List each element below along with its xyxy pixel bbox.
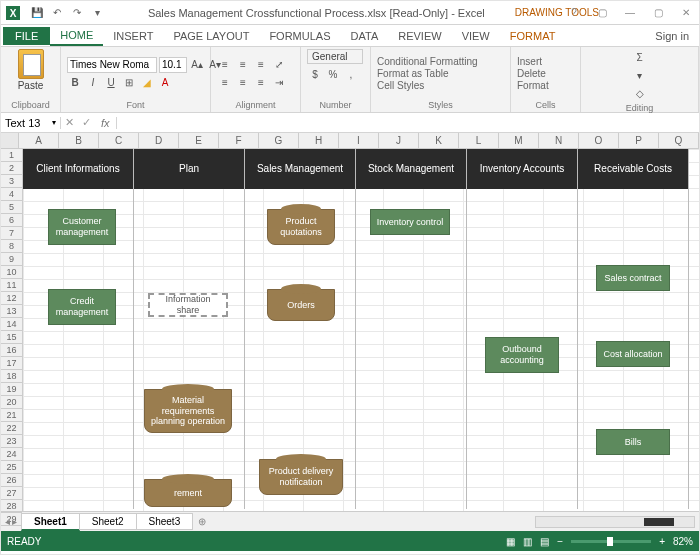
col-header[interactable]: O	[579, 133, 619, 148]
node-customer-mgmt[interactable]: Customer management	[48, 209, 116, 245]
row-header[interactable]: 28	[1, 500, 22, 513]
tab-home[interactable]: HOME	[50, 26, 103, 46]
paste-icon[interactable]	[18, 49, 44, 79]
row-header[interactable]: 16	[1, 344, 22, 357]
underline-button[interactable]: U	[103, 75, 119, 91]
number-format-select[interactable]: General	[307, 49, 363, 64]
node-mrp[interactable]: Material requirements planning operation	[144, 389, 232, 433]
zoom-slider[interactable]	[571, 540, 651, 543]
col-header[interactable]: L	[459, 133, 499, 148]
row-header[interactable]: 13	[1, 305, 22, 318]
bold-button[interactable]: B	[67, 75, 83, 91]
node-cost-allocation[interactable]: Cost allocation	[596, 341, 670, 367]
node-outbound-accounting[interactable]: Outbound accounting	[485, 337, 559, 373]
row-header[interactable]: 6	[1, 214, 22, 227]
sheet-next-icon[interactable]: ▸	[12, 516, 17, 527]
paste-button[interactable]: Paste	[18, 80, 44, 91]
col-header[interactable]: D	[139, 133, 179, 148]
minimize-icon[interactable]: —	[617, 3, 643, 23]
font-size-select[interactable]	[159, 57, 187, 73]
col-header[interactable]: A	[19, 133, 59, 148]
node-product-quotations[interactable]: Product quotations	[267, 209, 335, 245]
tab-formulas[interactable]: FORMULAS	[259, 27, 340, 45]
maximize-icon[interactable]: ▢	[645, 3, 671, 23]
sheet-tab[interactable]: Sheet3	[136, 513, 194, 530]
row-header[interactable]: 25	[1, 461, 22, 474]
sheet-canvas[interactable]: Client Informations Customer management …	[23, 149, 699, 511]
select-all-button[interactable]	[1, 133, 19, 148]
row-header[interactable]: 2	[1, 162, 22, 175]
font-color-button[interactable]: A	[157, 75, 173, 91]
undo-icon[interactable]: ↶	[49, 5, 65, 21]
node-info-share[interactable]: Information share	[148, 293, 228, 317]
row-header[interactable]: 26	[1, 474, 22, 487]
sign-in-link[interactable]: Sign in	[647, 30, 697, 42]
swimlane-header[interactable]: Inventory Accounts	[467, 149, 577, 189]
node-product-delivery[interactable]: Product delivery notification	[259, 459, 343, 495]
col-header[interactable]: G	[259, 133, 299, 148]
row-header[interactable]: 9	[1, 253, 22, 266]
swimlane-header[interactable]: Client Informations	[23, 149, 133, 189]
orientation-icon[interactable]: ⤢	[271, 57, 287, 73]
col-header[interactable]: N	[539, 133, 579, 148]
fill-color-button[interactable]: ◢	[139, 75, 155, 91]
row-header[interactable]: 18	[1, 370, 22, 383]
align-right-icon[interactable]: ≡	[253, 75, 269, 91]
view-page-icon[interactable]: ▥	[523, 536, 532, 547]
node-orders[interactable]: Orders	[267, 289, 335, 321]
enter-icon[interactable]: ✓	[78, 116, 95, 129]
comma-icon[interactable]: ,	[343, 66, 359, 82]
clear-icon[interactable]: ◇	[632, 85, 648, 101]
col-header[interactable]: K	[419, 133, 459, 148]
row-header[interactable]: 21	[1, 409, 22, 422]
col-header[interactable]: J	[379, 133, 419, 148]
zoom-level[interactable]: 82%	[673, 536, 693, 547]
sheet-prev-icon[interactable]: ◂	[5, 516, 10, 527]
horizontal-scrollbar[interactable]	[535, 516, 695, 528]
border-button[interactable]: ⊞	[121, 75, 137, 91]
align-top-icon[interactable]: ≡	[217, 57, 233, 73]
col-header[interactable]: H	[299, 133, 339, 148]
tab-data[interactable]: DATA	[341, 27, 389, 45]
help-icon[interactable]: ?	[561, 3, 587, 23]
node-sales-contract[interactable]: Sales contract	[596, 265, 670, 291]
row-header[interactable]: 8	[1, 240, 22, 253]
font-name-select[interactable]	[67, 57, 157, 73]
col-header[interactable]: B	[59, 133, 99, 148]
tab-page-layout[interactable]: PAGE LAYOUT	[163, 27, 259, 45]
row-header[interactable]: 7	[1, 227, 22, 240]
row-header[interactable]: 23	[1, 435, 22, 448]
row-header[interactable]: 17	[1, 357, 22, 370]
col-header[interactable]: C	[99, 133, 139, 148]
name-box[interactable]: Text 13▾	[1, 117, 61, 129]
add-sheet-icon[interactable]: ⊕	[192, 516, 212, 527]
tab-view[interactable]: VIEW	[452, 27, 500, 45]
tab-review[interactable]: REVIEW	[388, 27, 451, 45]
indent-icon[interactable]: ⇥	[271, 75, 287, 91]
italic-button[interactable]: I	[85, 75, 101, 91]
col-header[interactable]: M	[499, 133, 539, 148]
node-inventory-control[interactable]: Inventory control	[370, 209, 450, 235]
qat-more-icon[interactable]: ▾	[89, 5, 105, 21]
view-break-icon[interactable]: ▤	[540, 536, 549, 547]
row-header[interactable]: 20	[1, 396, 22, 409]
node-rement[interactable]: rement	[144, 479, 232, 507]
autosum-icon[interactable]: Σ	[632, 49, 648, 65]
tab-format[interactable]: FORMAT	[500, 27, 566, 45]
view-normal-icon[interactable]: ▦	[506, 536, 515, 547]
row-header[interactable]: 15	[1, 331, 22, 344]
cell-styles-button[interactable]: Cell Styles	[377, 80, 478, 91]
chevron-down-icon[interactable]: ▾	[52, 118, 56, 127]
row-header[interactable]: 24	[1, 448, 22, 461]
fx-icon[interactable]: fx	[95, 117, 117, 129]
format-as-table-button[interactable]: Format as Table	[377, 68, 478, 79]
row-header[interactable]: 22	[1, 422, 22, 435]
swimlane-header[interactable]: Plan	[134, 149, 244, 189]
insert-button[interactable]: Insert	[517, 56, 549, 67]
align-center-icon[interactable]: ≡	[235, 75, 251, 91]
swimlane-header[interactable]: Receivable Costs	[578, 149, 688, 189]
cancel-icon[interactable]: ✕	[61, 116, 78, 129]
conditional-formatting-button[interactable]: Conditional Formatting	[377, 56, 478, 67]
row-header[interactable]: 14	[1, 318, 22, 331]
close-icon[interactable]: ✕	[673, 3, 699, 23]
